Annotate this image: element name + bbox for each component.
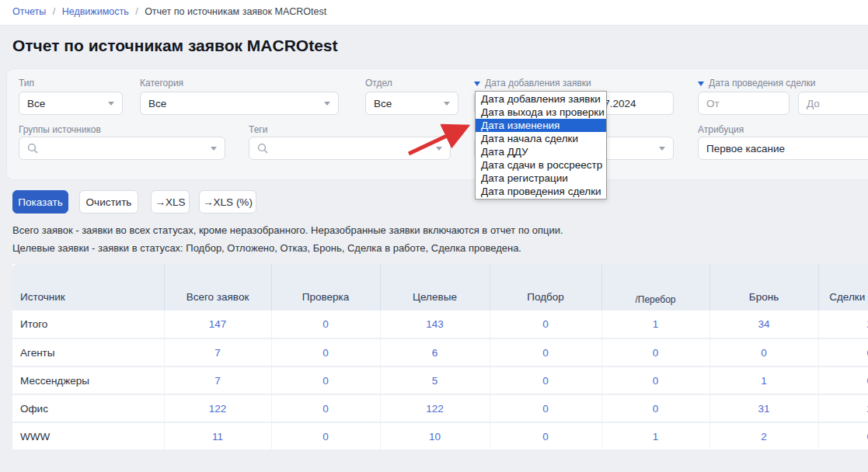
source-groups-select[interactable]: [19, 137, 225, 160]
caret-down-icon: [474, 82, 480, 86]
cell-value[interactable]: 0: [271, 338, 380, 366]
cell-value[interactable]: 2: [818, 311, 868, 338]
cell-value[interactable]: 0: [271, 311, 380, 338]
cell-value[interactable]: 1: [601, 422, 709, 450]
cell-value[interactable]: 7: [164, 338, 271, 366]
attribution-value: Первое касание: [706, 143, 867, 154]
deal-date-from-input[interactable]: От: [698, 92, 790, 115]
breadcrumb-separator: /: [135, 6, 138, 17]
cell-value[interactable]: 147: [164, 311, 271, 338]
col-header-bron: Бронь: [709, 264, 818, 311]
report-table: Источник Всего заявок Проверка Целевые П…: [12, 264, 868, 451]
breadcrumb-current: Отчет по источникам заявок MACROtest: [145, 6, 326, 17]
cell-value[interactable]: 7: [164, 366, 271, 394]
menu-item-rosreestr[interactable]: Дата сдачи в россреестр: [476, 158, 606, 172]
cell-value[interactable]: 0: [490, 366, 601, 394]
menu-item-date-out-of-check[interactable]: Дата выхода из проверки: [476, 106, 606, 119]
cell-source: WWW: [12, 422, 164, 450]
chevron-down-icon: [211, 147, 217, 151]
table-row-messengers: Мессенджеры 7 0 5 0 0 1 0: [12, 366, 868, 394]
menu-item-deal-start[interactable]: Дата начала сделки: [476, 132, 606, 145]
table-header-row: Источник Всего заявок Проверка Целевые П…: [12, 264, 868, 311]
type-select-value: Все: [27, 98, 102, 109]
cell-value[interactable]: 1: [709, 366, 818, 394]
attribution-label: Атрибуция: [698, 124, 744, 135]
table-row-total: Итого 147 0 143 0 1 34 2: [12, 311, 868, 338]
deal-date-to-placeholder: До: [807, 98, 867, 109]
caret-down-icon: [698, 82, 704, 86]
cell-value[interactable]: 0: [601, 338, 709, 366]
cell-value[interactable]: 0: [709, 338, 818, 366]
category-label: Категория: [140, 78, 183, 88]
col-header-source: Источник: [12, 264, 164, 311]
note-total-requests: Всего заявок - заявки во всех статусах, …: [12, 224, 563, 236]
cell-value[interactable]: 0: [490, 394, 601, 422]
deal-date-to-input[interactable]: До: [798, 92, 868, 115]
table-row-agents: Агенты 7 0 6 0 0 0 0: [12, 338, 868, 366]
cell-value[interactable]: 34: [709, 311, 818, 338]
cell-value[interactable]: 0: [271, 422, 380, 450]
cell-value[interactable]: 0: [271, 394, 380, 422]
cell-value[interactable]: 0: [490, 311, 601, 338]
breadcrumb-reports[interactable]: Отчеты: [12, 6, 46, 17]
cell-value[interactable]: 5: [380, 366, 490, 394]
cell-source: Офис: [12, 394, 164, 422]
cell-value[interactable]: 0: [818, 422, 868, 450]
cell-value[interactable]: 0: [490, 422, 601, 450]
deal-date-trigger[interactable]: Дата проведения сделки: [698, 78, 815, 88]
attribution-select[interactable]: Первое касание: [698, 137, 868, 160]
date-field-menu: Дата добавления заявки Дата выхода из пр…: [475, 91, 607, 200]
cell-value[interactable]: 0: [601, 394, 709, 422]
chevron-down-icon: [444, 102, 450, 106]
tags-select[interactable]: [249, 137, 451, 160]
cell-value[interactable]: 0: [601, 366, 709, 394]
deal-date-from-placeholder: От: [706, 98, 781, 109]
cell-value[interactable]: 122: [164, 394, 271, 422]
search-icon: [257, 143, 268, 154]
date-field-trigger[interactable]: Дата добавления заявки: [474, 78, 591, 88]
category-select-value: Все: [148, 98, 318, 109]
breadcrumb-realty[interactable]: Недвижимость: [62, 6, 129, 17]
cell-source: Итого: [12, 311, 164, 338]
cell-value[interactable]: 0: [818, 366, 868, 394]
breadcrumb: Отчеты / Недвижимость / Отчет по источни…: [12, 6, 326, 17]
clear-button[interactable]: Очистить: [79, 190, 138, 213]
chevron-down-icon: [659, 147, 665, 151]
cell-value[interactable]: 0: [271, 366, 380, 394]
table-row-www: WWW 11 0 10 0 1 2 0: [12, 422, 868, 450]
cell-value[interactable]: 6: [380, 338, 490, 366]
menu-item-deal-done[interactable]: Дата проведения сделки: [476, 185, 606, 198]
tags-label: Теги: [249, 124, 267, 135]
chevron-down-icon: [108, 102, 114, 106]
cell-value[interactable]: 1: [601, 311, 709, 338]
report-page: Отчеты / Недвижимость / Отчет по источни…: [0, 0, 868, 472]
department-select-value: Все: [374, 98, 437, 109]
cell-value[interactable]: 2: [709, 422, 818, 450]
chevron-down-icon: [436, 147, 442, 151]
cell-value[interactable]: 122: [380, 394, 490, 422]
cell-value[interactable]: 0: [818, 338, 868, 366]
menu-item-date-changed[interactable]: Дата изменения: [476, 119, 606, 132]
col-header-perebor: /Перебор: [601, 264, 709, 311]
export-xls-button[interactable]: →XLS: [151, 190, 190, 213]
cell-value[interactable]: 2: [818, 394, 868, 422]
export-xls-percent-button[interactable]: →XLS (%): [199, 190, 256, 213]
table-row-office: Офис 122 0 122 0 0 31 2: [12, 394, 868, 422]
cell-value[interactable]: 0: [490, 338, 601, 366]
category-select[interactable]: Все: [140, 92, 339, 115]
cell-source: Мессенджеры: [12, 366, 164, 394]
cell-value[interactable]: 31: [709, 394, 818, 422]
department-select[interactable]: Все: [365, 92, 458, 115]
show-button[interactable]: Показать: [12, 190, 68, 213]
menu-item-registration[interactable]: Дата регистрации: [476, 172, 606, 185]
type-label: Тип: [19, 78, 34, 88]
menu-item-date-added[interactable]: Дата добавления заявки: [476, 92, 606, 106]
cell-source: Агенты: [12, 338, 164, 366]
col-header-target: Целевые: [380, 264, 490, 311]
cell-value[interactable]: 143: [380, 311, 490, 338]
type-select[interactable]: Все: [19, 92, 123, 115]
cell-value[interactable]: 10: [380, 422, 490, 450]
menu-item-ddu[interactable]: Дата ДДУ: [476, 145, 606, 158]
cell-value[interactable]: 11: [164, 422, 271, 450]
breadcrumb-separator: /: [53, 6, 55, 17]
